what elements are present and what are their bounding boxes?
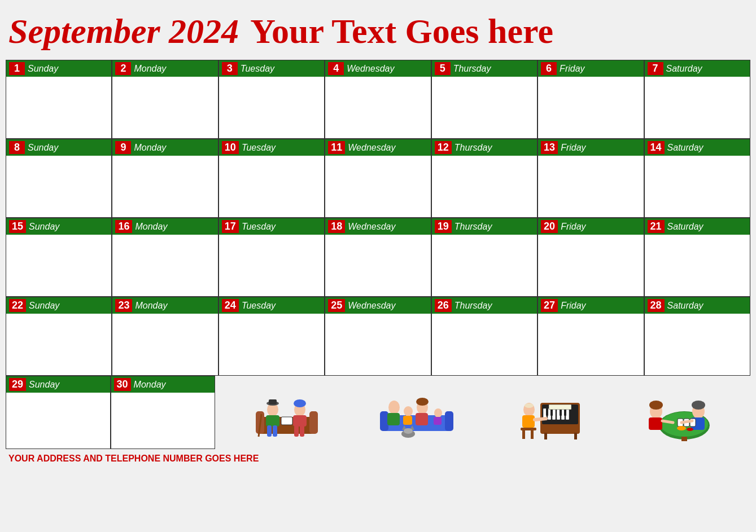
- svg-rect-12: [294, 425, 299, 437]
- day-name-21: Saturday: [667, 222, 703, 232]
- day-cell-14: 14Saturday: [644, 139, 750, 218]
- svg-point-14: [294, 399, 306, 407]
- day-number-15: 15: [9, 220, 26, 233]
- day-number-11: 11: [328, 141, 345, 154]
- day-cell-18: 18Wednesday: [325, 218, 431, 297]
- svg-rect-58: [649, 417, 662, 430]
- day-cell-19: 19Thursday: [431, 218, 537, 297]
- day-content-29[interactable]: [6, 393, 110, 449]
- svg-rect-6: [273, 425, 277, 437]
- day-content-14[interactable]: [645, 156, 750, 217]
- day-content-30[interactable]: [111, 393, 215, 449]
- day-content-3[interactable]: [219, 77, 324, 138]
- day-content-11[interactable]: [325, 156, 430, 217]
- day-content-25[interactable]: [325, 314, 430, 375]
- day-cell-28: 28Saturday: [644, 297, 750, 376]
- day-cell-24: 24Tuesday: [219, 297, 325, 376]
- svg-rect-17: [380, 411, 388, 431]
- calendar-last-row: 29Sunday30Monday: [6, 376, 750, 449]
- day-name-4: Wednesday: [347, 64, 394, 74]
- day-content-19[interactable]: [432, 235, 537, 296]
- day-name-19: Thursday: [455, 222, 492, 232]
- day-name-20: Friday: [561, 222, 585, 232]
- svg-rect-53: [574, 433, 577, 439]
- day-content-8[interactable]: [6, 156, 111, 217]
- day-cell-7: 7Saturday: [644, 60, 750, 139]
- cartoon-3: [509, 380, 583, 445]
- day-content-27[interactable]: [538, 314, 643, 375]
- day-name-7: Saturday: [666, 64, 702, 74]
- svg-point-24: [404, 406, 413, 416]
- svg-rect-4: [266, 415, 279, 427]
- svg-rect-27: [434, 417, 442, 425]
- day-content-17[interactable]: [219, 235, 324, 296]
- svg-rect-51: [531, 430, 534, 439]
- day-content-16[interactable]: [112, 235, 217, 296]
- day-cell-4: 4Wednesday: [325, 60, 431, 139]
- day-content-21[interactable]: [645, 235, 750, 296]
- svg-rect-44: [549, 405, 571, 410]
- day-name-3: Tuesday: [241, 64, 274, 74]
- svg-point-23: [416, 398, 429, 406]
- day-name-30: Monday: [134, 380, 166, 390]
- svg-line-48: [535, 419, 546, 420]
- day-content-1[interactable]: [6, 77, 111, 138]
- day-number-30: 30: [114, 378, 131, 391]
- day-number-5: 5: [435, 62, 451, 75]
- day-number-9: 9: [115, 141, 131, 154]
- day-name-12: Thursday: [455, 143, 492, 153]
- day-number-18: 18: [328, 220, 345, 233]
- day-name-23: Monday: [135, 301, 167, 311]
- day-content-6[interactable]: [538, 77, 643, 138]
- svg-rect-9: [269, 399, 277, 405]
- day-name-18: Wednesday: [348, 222, 395, 232]
- day-cell-5: 5Thursday: [431, 60, 537, 139]
- day-content-7[interactable]: [645, 77, 750, 138]
- day-cell-2: 2Monday: [112, 60, 218, 139]
- svg-point-26: [434, 408, 442, 417]
- day-cell-26: 26Thursday: [431, 297, 537, 376]
- day-number-3: 3: [222, 62, 238, 75]
- day-number-1: 1: [9, 62, 25, 75]
- day-content-9[interactable]: [112, 156, 217, 217]
- day-content-18[interactable]: [325, 235, 430, 296]
- day-content-26[interactable]: [432, 314, 537, 375]
- day-name-13: Friday: [561, 143, 585, 153]
- month-year-title: September 2024: [8, 11, 239, 51]
- day-content-15[interactable]: [6, 235, 111, 296]
- day-number-27: 27: [541, 299, 558, 312]
- day-number-2: 2: [115, 62, 131, 75]
- day-content-13[interactable]: [538, 156, 643, 217]
- svg-point-59: [649, 401, 663, 410]
- day-content-4[interactable]: [325, 77, 430, 138]
- day-number-19: 19: [435, 220, 452, 233]
- day-content-23[interactable]: [112, 314, 217, 375]
- day-content-10[interactable]: [219, 156, 324, 217]
- svg-rect-49: [521, 428, 536, 430]
- day-content-12[interactable]: [432, 156, 537, 217]
- svg-rect-22: [416, 413, 428, 425]
- day-number-28: 28: [648, 299, 665, 312]
- day-number-26: 26: [435, 299, 452, 312]
- day-number-4: 4: [328, 62, 344, 75]
- day-name-27: Friday: [561, 301, 585, 311]
- day-content-22[interactable]: [6, 314, 111, 375]
- svg-rect-5: [267, 425, 272, 437]
- day-name-11: Wednesday: [348, 143, 395, 153]
- day-content-2[interactable]: [112, 77, 217, 138]
- svg-rect-46: [522, 415, 535, 428]
- calendar-row-3: 15Sunday16Monday17Tuesday18Wednesday19Th…: [6, 218, 750, 297]
- day-content-28[interactable]: [645, 314, 750, 375]
- day-content-24[interactable]: [219, 314, 324, 375]
- day-cell-21: 21Saturday: [644, 218, 750, 297]
- day-number-29: 29: [9, 378, 26, 391]
- svg-point-31: [404, 428, 413, 434]
- day-content-5[interactable]: [432, 77, 537, 138]
- cartoon-piano: [509, 380, 583, 442]
- day-content-20[interactable]: [538, 235, 643, 296]
- svg-line-68: [662, 421, 673, 423]
- day-name-14: Saturday: [667, 143, 703, 153]
- day-number-10: 10: [222, 141, 239, 154]
- day-number-24: 24: [222, 299, 239, 312]
- day-name-6: Friday: [560, 64, 584, 74]
